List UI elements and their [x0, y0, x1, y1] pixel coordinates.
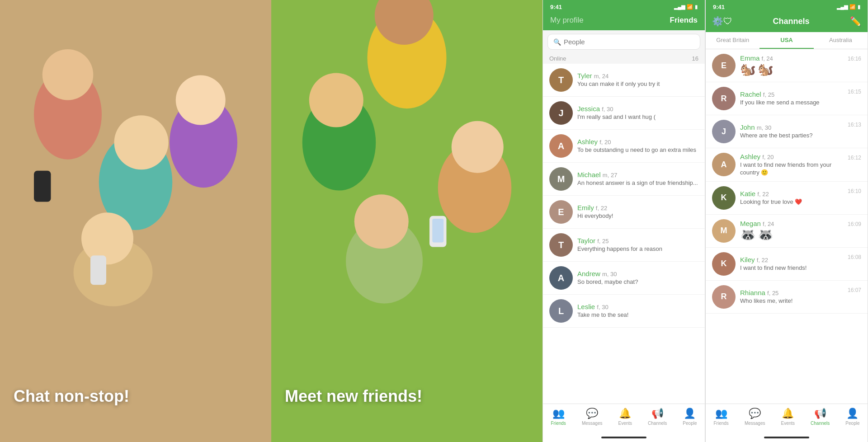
status-icons-1: ▂▄▆ 📶 ▮ — [674, 4, 698, 10]
tab-bar-2: 👥 Friends 💬 Messages 🔔 Events 📢 Channels… — [706, 404, 868, 433]
channel-info: Rhianna f, 25 Who likes me, write! — [740, 289, 843, 305]
region-tab-great-britain[interactable]: Great Britain — [706, 32, 760, 49]
channel-item[interactable]: M Megan f, 24 🦝 🦝 16:09 — [706, 215, 868, 248]
svg-point-19 — [354, 194, 409, 249]
region-tabs: Great BritainUSAAustralia — [706, 32, 868, 49]
friend-item[interactable]: L Leslie f, 30 Take me to the sea! — [543, 295, 705, 328]
channel-item[interactable]: A Ashley f, 20 I want to find new friend… — [706, 148, 868, 182]
channel-avatar: M — [712, 219, 736, 243]
friend-info: Ashley f, 20 To be outstanding u need to… — [577, 138, 698, 154]
channel-time: 16:13 — [848, 122, 861, 128]
online-section-header: Online 16 — [543, 53, 705, 64]
tab-label: Events — [781, 421, 795, 426]
tab-label: Friends — [551, 421, 566, 426]
friend-name: Ashley f, 20 — [577, 138, 698, 146]
channel-item[interactable]: J John m, 30 Where are the best parties?… — [706, 115, 868, 148]
friend-avatar: E — [549, 200, 573, 224]
channel-info: Kiley f, 22 I want to find new friends! — [740, 256, 843, 272]
my-profile-tab[interactable]: My profile — [550, 16, 584, 25]
friend-info: Emily f, 22 Hi everybody! — [577, 204, 698, 220]
tab-label: People — [845, 421, 859, 426]
photo1-overlay-text: Chat non-stop! — [14, 386, 129, 406]
tab-icon: 👥 — [715, 408, 727, 419]
tab-friends[interactable]: 👥 Friends — [551, 408, 566, 426]
friend-item[interactable]: J Jessica f, 30 I'm really sad and I wan… — [543, 97, 705, 130]
channel-item[interactable]: E Emma f, 24 🐿️ 🐿️ 16:16 — [706, 49, 868, 82]
tab2-people[interactable]: 👤 People — [845, 408, 859, 426]
friends-header: My profile Friends — [543, 12, 705, 30]
signal-icon-2: ▂▄▆ — [837, 4, 848, 10]
friend-item[interactable]: E Emily f, 22 Hi everybody! — [543, 196, 705, 229]
status-time-2: 9:41 — [713, 4, 725, 10]
channel-info: Rachel f, 25 If you like me send a messa… — [740, 90, 843, 107]
channel-item[interactable]: R Rhianna f, 25 Who likes me, write! 16:… — [706, 281, 868, 314]
region-tab-usa[interactable]: USA — [760, 32, 813, 49]
tab-icon: 👤 — [846, 408, 859, 419]
friend-item[interactable]: T Tyler m, 24 You can make it if only yo… — [543, 64, 705, 97]
friend-avatar: L — [549, 299, 573, 323]
svg-point-4 — [114, 115, 169, 169]
tab2-channels[interactable]: 📢 Channels — [811, 408, 830, 426]
friend-name: Emily f, 22 — [577, 204, 698, 212]
friend-info: Andrew m, 30 So bored, maybe chat? — [577, 270, 698, 286]
channel-time: 16:07 — [848, 287, 861, 293]
tab-icon: 👤 — [684, 408, 696, 419]
tab-icon: 🔔 — [782, 408, 794, 419]
channel-time: 16:16 — [848, 56, 861, 62]
channel-item[interactable]: K Katie f, 22 Looking for true love ❤️ 1… — [706, 182, 868, 215]
tab-channels[interactable]: 📢 Channels — [648, 408, 667, 426]
channel-time: 16:09 — [848, 221, 861, 227]
friend-name: Tyler m, 24 — [577, 72, 698, 80]
compose-icon[interactable]: ✏️ — [850, 16, 861, 27]
tab-label: Messages — [745, 421, 765, 426]
tab2-messages[interactable]: 💬 Messages — [745, 408, 765, 426]
channel-avatar: K — [712, 252, 736, 276]
tab-icon: 👥 — [552, 408, 565, 419]
channels-title: Channels — [732, 17, 850, 26]
svg-point-8 — [81, 212, 133, 264]
channels-list: E Emma f, 24 🐿️ 🐿️ 16:16 R Rachel f, 25 … — [706, 49, 868, 404]
friends-tab[interactable]: Friends — [670, 16, 698, 25]
channel-name: Katie f, 22 — [740, 190, 843, 197]
svg-rect-9 — [34, 171, 51, 202]
svg-point-2 — [42, 49, 94, 100]
home-indicator-1 — [543, 433, 705, 442]
friend-status: An honest answer is a sign of true frien… — [577, 179, 698, 187]
tab-events[interactable]: 🔔 Events — [618, 408, 632, 426]
channel-message: I want to find new friends from your cou… — [740, 161, 843, 177]
channel-info: Ashley f, 20 I want to find new friends … — [740, 153, 843, 177]
friend-item[interactable]: A Andrew m, 30 So bored, maybe chat? — [543, 262, 705, 295]
shield-icon[interactable]: 🛡 — [723, 16, 732, 27]
friend-status: Take me to the sea! — [577, 311, 698, 319]
svg-rect-21 — [432, 219, 443, 243]
friend-status: Hi everybody! — [577, 212, 698, 220]
friend-name: Leslie f, 30 — [577, 303, 698, 310]
tab2-friends[interactable]: 👥 Friends — [714, 408, 729, 426]
settings-icon[interactable]: ⚙️ — [712, 16, 723, 27]
tab-people[interactable]: 👤 People — [683, 408, 697, 426]
svg-point-17 — [452, 121, 504, 173]
friend-status: To be outstanding u need to go an extra … — [577, 146, 698, 154]
status-bar-1: 9:41 ▂▄▆ 📶 ▮ — [543, 0, 705, 12]
channel-item[interactable]: R Rachel f, 25 If you like me send a mes… — [706, 82, 868, 115]
tab2-events[interactable]: 🔔 Events — [781, 408, 795, 426]
tab-messages[interactable]: 💬 Messages — [582, 408, 603, 426]
channel-avatar: E — [712, 54, 736, 77]
friend-info: Leslie f, 30 Take me to the sea! — [577, 303, 698, 319]
channel-name: Emma f, 24 — [740, 54, 843, 62]
channel-info: Megan f, 24 🦝 🦝 — [740, 220, 843, 242]
tab-label: Channels — [648, 421, 667, 426]
channel-name: Megan f, 24 — [740, 220, 843, 227]
region-tab-australia[interactable]: Australia — [814, 32, 868, 49]
tab-label: Events — [618, 421, 632, 426]
friend-item[interactable]: T Taylor f, 25 Everything happens for a … — [543, 229, 705, 262]
friend-item[interactable]: M Michael m, 27 An honest answer is a si… — [543, 163, 705, 196]
tab-label: Messages — [582, 421, 603, 426]
friend-name: Michael m, 27 — [577, 171, 698, 179]
channel-item[interactable]: K Kiley f, 22 I want to find new friends… — [706, 248, 868, 281]
people-search-bar[interactable]: 🔍 — [547, 34, 700, 50]
status-icons-2: ▂▄▆ 📶 ▮ — [837, 4, 860, 10]
search-input[interactable] — [564, 38, 694, 46]
friend-avatar: T — [549, 68, 573, 92]
friend-item[interactable]: A Ashley f, 20 To be outstanding u need … — [543, 130, 705, 163]
